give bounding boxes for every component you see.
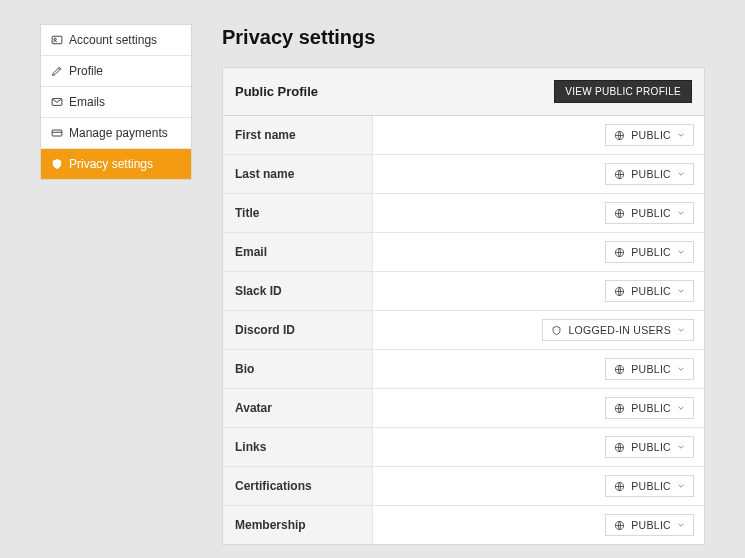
visibility-value: PUBLIC (631, 129, 671, 141)
globe-icon (614, 247, 625, 258)
privacy-row-label: Bio (223, 350, 373, 388)
globe-icon (614, 130, 625, 141)
visibility-value: LOGGED-IN USERS (568, 324, 671, 336)
globe-icon (614, 169, 625, 180)
chevron-down-icon (677, 482, 685, 490)
chevron-down-icon (677, 170, 685, 178)
sidebar-item-label: Manage payments (69, 126, 168, 140)
privacy-row: Title PUBLIC (223, 194, 704, 233)
svg-rect-3 (52, 130, 62, 136)
chevron-down-icon (677, 404, 685, 412)
privacy-row: Avatar PUBLIC (223, 389, 704, 428)
privacy-row-label: Last name (223, 155, 373, 193)
visibility-value: PUBLIC (631, 363, 671, 375)
privacy-row-label: First name (223, 116, 373, 154)
privacy-row-value: PUBLIC (373, 194, 704, 232)
chevron-down-icon (677, 248, 685, 256)
privacy-row: Discord ID LOGGED-IN USERS (223, 311, 704, 350)
globe-icon (614, 481, 625, 492)
privacy-row-value: PUBLIC (373, 116, 704, 154)
privacy-row: Bio PUBLIC (223, 350, 704, 389)
shield-icon (551, 325, 562, 336)
visibility-value: PUBLIC (631, 402, 671, 414)
visibility-dropdown[interactable]: PUBLIC (605, 475, 694, 497)
privacy-row-label: Email (223, 233, 373, 271)
privacy-row-value: PUBLIC (373, 155, 704, 193)
privacy-row: Last name PUBLIC (223, 155, 704, 194)
credit-card-icon (51, 127, 63, 139)
main-content: Privacy settings Public Profile VIEW PUB… (222, 24, 705, 545)
privacy-row: Slack ID PUBLIC (223, 272, 704, 311)
page-title: Privacy settings (222, 26, 705, 49)
visibility-value: PUBLIC (631, 207, 671, 219)
globe-icon (614, 520, 625, 531)
visibility-dropdown[interactable]: PUBLIC (605, 241, 694, 263)
sidebar: Account settings Profile Emails Manage p… (40, 24, 192, 180)
sidebar-item-emails[interactable]: Emails (41, 87, 191, 118)
svg-rect-0 (52, 36, 62, 44)
sidebar-item-label: Emails (69, 95, 105, 109)
visibility-dropdown[interactable]: PUBLIC (605, 124, 694, 146)
visibility-value: PUBLIC (631, 168, 671, 180)
globe-icon (614, 286, 625, 297)
visibility-dropdown[interactable]: PUBLIC (605, 436, 694, 458)
privacy-row-value: PUBLIC (373, 272, 704, 310)
visibility-value: PUBLIC (631, 519, 671, 531)
privacy-row-label: Slack ID (223, 272, 373, 310)
public-profile-panel: Public Profile VIEW PUBLIC PROFILE First… (222, 67, 705, 545)
panel-header-title: Public Profile (235, 84, 318, 99)
view-public-profile-button[interactable]: VIEW PUBLIC PROFILE (554, 80, 692, 103)
privacy-row-value: PUBLIC (373, 506, 704, 544)
sidebar-item-account-settings[interactable]: Account settings (41, 25, 191, 56)
chevron-down-icon (677, 365, 685, 373)
sidebar-item-label: Profile (69, 64, 103, 78)
visibility-dropdown[interactable]: PUBLIC (605, 280, 694, 302)
privacy-row: Email PUBLIC (223, 233, 704, 272)
visibility-value: PUBLIC (631, 246, 671, 258)
sidebar-item-manage-payments[interactable]: Manage payments (41, 118, 191, 149)
privacy-row: Membership PUBLIC (223, 506, 704, 544)
visibility-dropdown[interactable]: PUBLIC (605, 514, 694, 536)
shield-icon (51, 158, 63, 170)
globe-icon (614, 442, 625, 453)
pencil-icon (51, 65, 63, 77)
visibility-dropdown[interactable]: PUBLIC (605, 358, 694, 380)
sidebar-item-privacy-settings[interactable]: Privacy settings (41, 149, 191, 179)
privacy-row-label: Membership (223, 506, 373, 544)
panel-header: Public Profile VIEW PUBLIC PROFILE (223, 68, 704, 116)
chevron-down-icon (677, 287, 685, 295)
visibility-value: PUBLIC (631, 441, 671, 453)
privacy-row-label: Avatar (223, 389, 373, 427)
chevron-down-icon (677, 209, 685, 217)
globe-icon (614, 364, 625, 375)
chevron-down-icon (677, 131, 685, 139)
chevron-down-icon (677, 443, 685, 451)
chevron-down-icon (677, 521, 685, 529)
envelope-icon (51, 96, 63, 108)
privacy-row-value: PUBLIC (373, 428, 704, 466)
privacy-row-label: Certifications (223, 467, 373, 505)
privacy-row-label: Title (223, 194, 373, 232)
privacy-row: First name PUBLIC (223, 116, 704, 155)
visibility-dropdown[interactable]: LOGGED-IN USERS (542, 319, 694, 341)
globe-icon (614, 208, 625, 219)
privacy-row-label: Discord ID (223, 311, 373, 349)
privacy-row-value: PUBLIC (373, 350, 704, 388)
globe-icon (614, 403, 625, 414)
privacy-row-value: PUBLIC (373, 233, 704, 271)
visibility-value: PUBLIC (631, 480, 671, 492)
privacy-row-value: LOGGED-IN USERS (373, 311, 704, 349)
privacy-row-value: PUBLIC (373, 467, 704, 505)
chevron-down-icon (677, 326, 685, 334)
visibility-value: PUBLIC (631, 285, 671, 297)
visibility-dropdown[interactable]: PUBLIC (605, 163, 694, 185)
visibility-dropdown[interactable]: PUBLIC (605, 397, 694, 419)
sidebar-item-profile[interactable]: Profile (41, 56, 191, 87)
privacy-row-label: Links (223, 428, 373, 466)
svg-point-1 (54, 38, 56, 40)
visibility-dropdown[interactable]: PUBLIC (605, 202, 694, 224)
privacy-row: Links PUBLIC (223, 428, 704, 467)
sidebar-item-label: Account settings (69, 33, 157, 47)
sidebar-item-label: Privacy settings (69, 157, 153, 171)
privacy-row-value: PUBLIC (373, 389, 704, 427)
